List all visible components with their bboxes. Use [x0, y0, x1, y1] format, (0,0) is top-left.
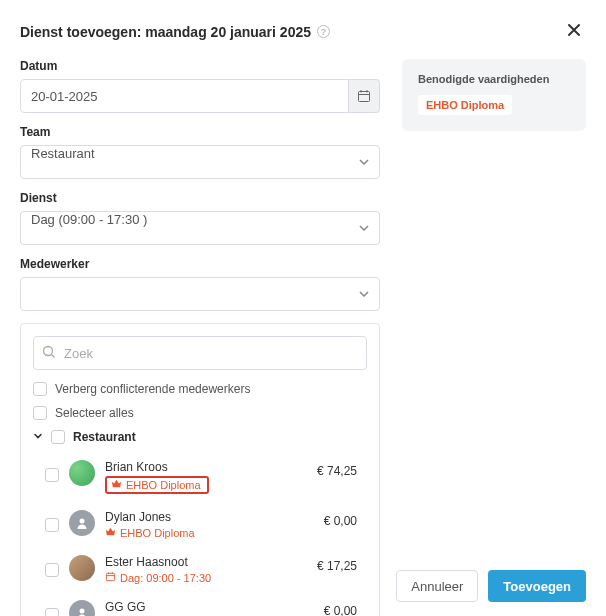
date-input[interactable]	[20, 79, 349, 113]
employee-label: Medewerker	[20, 257, 380, 271]
help-icon[interactable]: ?	[317, 25, 330, 38]
avatar	[69, 510, 95, 536]
calendar-icon	[357, 89, 371, 103]
employee-cost: € 74,25	[317, 460, 363, 478]
employee-row[interactable]: Brian KroosEHBO Diploma€ 74,25	[33, 454, 363, 504]
search-input[interactable]	[33, 336, 367, 370]
employee-row[interactable]: Ester HaasnootDag: 09:00 - 17:30€ 17,25	[33, 549, 363, 594]
team-select[interactable]: Restaurant	[20, 145, 380, 179]
shift-select[interactable]: Dag (09:00 - 17:30 )	[20, 211, 380, 245]
close-button[interactable]	[562, 18, 586, 45]
skills-title: Benodigde vaardigheden	[418, 73, 570, 85]
shift-label: Dienst	[20, 191, 380, 205]
avatar	[69, 555, 95, 581]
employee-checkbox[interactable]	[45, 563, 59, 577]
employee-name: GG GG	[105, 600, 314, 614]
calendar-small-icon	[105, 571, 116, 582]
skill-highlight: EHBO Diploma	[105, 476, 209, 494]
avatar	[69, 460, 95, 486]
hide-conflicts-checkbox[interactable]	[33, 382, 47, 396]
date-label: Datum	[20, 59, 380, 73]
svg-point-4	[80, 609, 85, 614]
svg-rect-0	[359, 92, 370, 102]
employee-checkbox[interactable]	[45, 608, 59, 616]
employee-scroll-area[interactable]: Restaurant Brian KroosEHBO Diploma€ 74,2…	[33, 430, 367, 616]
crown-icon	[105, 526, 116, 537]
submit-button[interactable]: Toevoegen	[488, 570, 586, 602]
employee-row[interactable]: GG GGEHBO Diploma€ 0,00	[33, 594, 363, 616]
chevron-down-icon[interactable]	[33, 430, 43, 444]
crown-icon	[111, 478, 122, 489]
employee-cost: € 0,00	[324, 600, 363, 616]
team-label: Team	[20, 125, 380, 139]
group-name: Restaurant	[73, 430, 136, 444]
cancel-button[interactable]: Annuleer	[396, 570, 478, 602]
skills-panel: Benodigde vaardigheden EHBO Diploma	[402, 59, 586, 131]
employee-name: Ester Haasnoot	[105, 555, 307, 569]
avatar	[69, 600, 95, 616]
svg-point-2	[80, 519, 85, 524]
skill-tag: EHBO Diploma	[418, 95, 512, 115]
employee-name: Brian Kroos	[105, 460, 307, 474]
svg-point-1	[44, 347, 53, 356]
employee-panel: Verberg conflicterende medewerkers Selec…	[20, 323, 380, 616]
employee-cost: € 17,25	[317, 555, 363, 573]
employee-cost: € 0,00	[324, 510, 363, 528]
employee-name: Dylan Jones	[105, 510, 314, 524]
group-checkbox[interactable]	[51, 430, 65, 444]
select-all-checkbox[interactable]	[33, 406, 47, 420]
close-icon	[566, 22, 582, 38]
search-icon	[42, 345, 56, 362]
employee-skill: EHBO Diploma	[120, 527, 195, 539]
employee-shift: Dag: 09:00 - 17:30	[120, 572, 211, 584]
modal-title: Dienst toevoegen: maandag 20 januari 202…	[20, 24, 311, 40]
svg-rect-3	[106, 573, 114, 580]
employee-checkbox[interactable]	[45, 468, 59, 482]
select-all-label: Selecteer alles	[55, 406, 134, 420]
employee-select[interactable]	[20, 277, 380, 311]
employee-checkbox[interactable]	[45, 518, 59, 532]
employee-row[interactable]: Dylan JonesEHBO Diploma€ 0,00	[33, 504, 363, 549]
date-picker-button[interactable]	[349, 79, 380, 113]
hide-conflicts-label: Verberg conflicterende medewerkers	[55, 382, 250, 396]
employee-skill: EHBO Diploma	[126, 479, 201, 491]
